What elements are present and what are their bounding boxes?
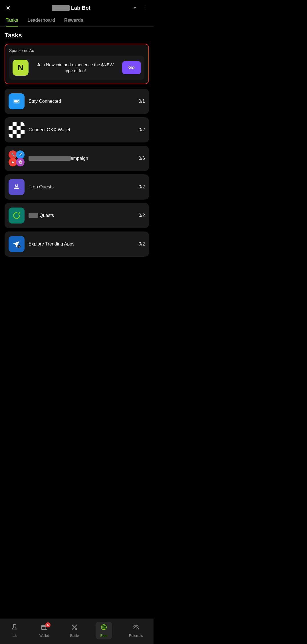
sub-icon-ghost: 👻 bbox=[16, 158, 25, 166]
svg-rect-1 bbox=[14, 100, 17, 102]
dropdown-button[interactable] bbox=[132, 5, 138, 11]
task-progress-social-campaign: 0/6 bbox=[139, 156, 145, 161]
task-icon-earn-quests bbox=[9, 208, 25, 224]
task-item-fren-quests[interactable]: Fren Quests 0/2 bbox=[5, 174, 149, 200]
task-item-stay-connected[interactable]: Stay Connected 0/1 bbox=[5, 89, 149, 114]
header-icons: ⋮ bbox=[132, 5, 148, 11]
tab-tasks[interactable]: Tasks bbox=[6, 14, 18, 26]
svg-point-7 bbox=[19, 246, 20, 247]
close-button[interactable]: ✕ bbox=[6, 5, 11, 11]
ad-inner: N Join Newcoin and experience the $NEW t… bbox=[9, 56, 144, 80]
ad-go-button[interactable]: Go bbox=[122, 61, 141, 74]
task-icon-explore-apps bbox=[9, 236, 25, 252]
tab-rewards[interactable]: Rewards bbox=[64, 14, 83, 26]
task-item-explore-apps[interactable]: Explore Trending Apps 0/2 bbox=[5, 232, 149, 257]
page-content: Tasks Sponsored Ad N Join Newcoin and ex… bbox=[0, 27, 154, 289]
task-icon-fren-quests bbox=[9, 179, 25, 195]
task-progress-explore-apps: 0/2 bbox=[139, 242, 145, 247]
header-title: Memes Lab Bot bbox=[52, 5, 91, 11]
task-name-social-campaign: Memes Lab Social Campaign bbox=[29, 156, 135, 161]
task-progress-connect-okx: 0/2 bbox=[139, 127, 145, 132]
tab-leaderboard[interactable]: Leaderboard bbox=[27, 14, 55, 26]
more-options-button[interactable]: ⋮ bbox=[142, 5, 148, 11]
task-item-earn-quests[interactable]: Earn Quests 0/2 bbox=[5, 203, 149, 228]
task-item-connect-okx[interactable]: Connect OKX Wallet 0/2 bbox=[5, 117, 149, 142]
svg-point-3 bbox=[18, 101, 19, 102]
task-name-connect-okx: Connect OKX Wallet bbox=[29, 127, 135, 132]
ad-logo: N bbox=[13, 60, 29, 76]
sponsored-label: Sponsored Ad bbox=[9, 48, 144, 53]
tabs-bar: Tasks Leaderboard Rewards bbox=[0, 14, 154, 27]
header: ✕ Memes Lab Bot ⋮ bbox=[0, 0, 154, 14]
task-progress-earn-quests: 0/2 bbox=[139, 213, 145, 218]
svg-point-5 bbox=[16, 184, 17, 186]
task-name-earn-quests: Earn Quests bbox=[29, 213, 135, 218]
ad-text: Join Newcoin and experience the $NEW typ… bbox=[33, 62, 118, 74]
task-icon-connect-okx bbox=[9, 122, 25, 138]
task-progress-stay-connected: 0/1 bbox=[139, 99, 145, 104]
task-name-explore-apps: Explore Trending Apps bbox=[29, 242, 135, 247]
task-progress-fren-quests: 0/2 bbox=[139, 184, 145, 190]
task-name-fren-quests: Fren Quests bbox=[29, 184, 135, 190]
task-name-stay-connected: Stay Connected bbox=[29, 99, 135, 104]
page-title: Tasks bbox=[5, 32, 149, 39]
task-icon-social-campaign: 🔧 ✈️ ▶ 👻 bbox=[9, 150, 25, 166]
sponsored-ad: Sponsored Ad N Join Newcoin and experien… bbox=[5, 44, 149, 84]
task-icon-stay-connected bbox=[9, 93, 25, 109]
task-item-social-campaign[interactable]: 🔧 ✈️ ▶ 👻 Memes Lab Social Campaign 0/6 bbox=[5, 146, 149, 171]
